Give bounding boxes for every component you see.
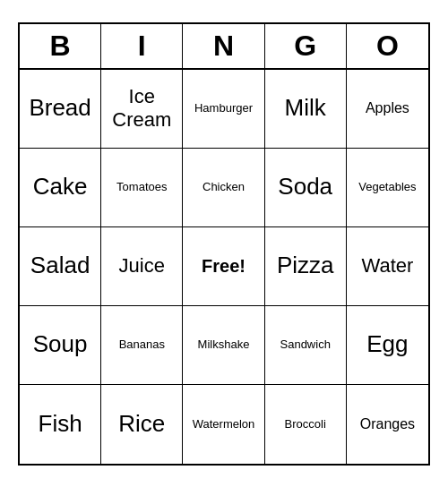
bingo-cell-17[interactable]: Milkshake: [183, 306, 264, 385]
cell-text-19: Egg: [366, 330, 408, 358]
cell-text-21: Rice: [118, 410, 165, 438]
bingo-cell-11[interactable]: Juice: [101, 227, 183, 306]
bingo-cell-18[interactable]: Sandwich: [265, 306, 347, 385]
bingo-cell-1[interactable]: IceCream: [101, 70, 183, 149]
header-letter-G: G: [265, 24, 347, 68]
bingo-cell-23[interactable]: Broccoli: [265, 385, 347, 464]
bingo-cell-9[interactable]: Vegetables: [347, 149, 428, 227]
bingo-cell-20[interactable]: Fish: [20, 385, 101, 464]
cell-text-17: Milkshake: [198, 337, 250, 352]
cell-text-15: Soup: [33, 330, 88, 358]
cell-text-2: Hamburger: [194, 101, 253, 115]
bingo-cell-22[interactable]: Watermelon: [183, 385, 264, 464]
cell-text-20: Fish: [39, 410, 82, 438]
bingo-cell-7[interactable]: Chicken: [183, 149, 264, 227]
bingo-cell-8[interactable]: Soda: [265, 149, 347, 227]
cell-text-11: Juice: [119, 254, 165, 278]
bingo-card: BINGO BreadIceCreamHamburgerMilkApplesCa…: [18, 22, 430, 466]
cell-text-22: Watermelon: [193, 417, 255, 431]
bingo-cell-15[interactable]: Soup: [20, 306, 101, 385]
bingo-cell-21[interactable]: Rice: [101, 385, 183, 464]
cell-text-12: Free!: [202, 255, 246, 277]
bingo-cell-16[interactable]: Bananas: [101, 306, 183, 385]
bingo-cell-14[interactable]: Water: [347, 227, 428, 306]
cell-text-16: Bananas: [119, 337, 165, 352]
header-letter-N: N: [183, 24, 264, 68]
cell-text-4: Apples: [366, 99, 409, 116]
cell-text-10: Salad: [30, 252, 90, 279]
bingo-cell-4[interactable]: Apples: [347, 70, 428, 149]
bingo-grid: BreadIceCreamHamburgerMilkApplesCakeToma…: [20, 70, 428, 464]
cell-text-0: Bread: [29, 94, 90, 122]
header-letter-I: I: [101, 24, 183, 68]
cell-text-6: Tomatoes: [116, 180, 167, 194]
header-letter-O: O: [347, 24, 428, 68]
bingo-cell-10[interactable]: Salad: [20, 227, 101, 306]
bingo-cell-5[interactable]: Cake: [20, 149, 101, 227]
bingo-cell-3[interactable]: Milk: [265, 70, 347, 149]
cell-text-7: Chicken: [202, 180, 245, 194]
bingo-cell-6[interactable]: Tomatoes: [101, 149, 183, 227]
header-letter-B: B: [20, 24, 101, 68]
bingo-header: BINGO: [20, 24, 428, 70]
cell-text-5: Cake: [33, 173, 88, 201]
bingo-cell-12[interactable]: Free!: [183, 227, 264, 306]
cell-text-24: Oranges: [360, 415, 415, 432]
cell-text-14: Water: [361, 254, 413, 278]
cell-text-9: Vegetables: [358, 180, 416, 194]
bingo-cell-13[interactable]: Pizza: [265, 227, 347, 306]
bingo-cell-2[interactable]: Hamburger: [183, 70, 264, 149]
bingo-cell-24[interactable]: Oranges: [347, 385, 428, 464]
cell-text-18: Sandwich: [280, 337, 331, 352]
cell-text-13: Pizza: [277, 252, 334, 279]
cell-text-23: Broccoli: [285, 417, 326, 431]
bingo-cell-19[interactable]: Egg: [347, 306, 428, 385]
cell-text-1: IceCream: [112, 85, 171, 132]
bingo-cell-0[interactable]: Bread: [20, 70, 101, 149]
cell-text-8: Soda: [278, 173, 332, 201]
cell-text-3: Milk: [285, 94, 326, 122]
